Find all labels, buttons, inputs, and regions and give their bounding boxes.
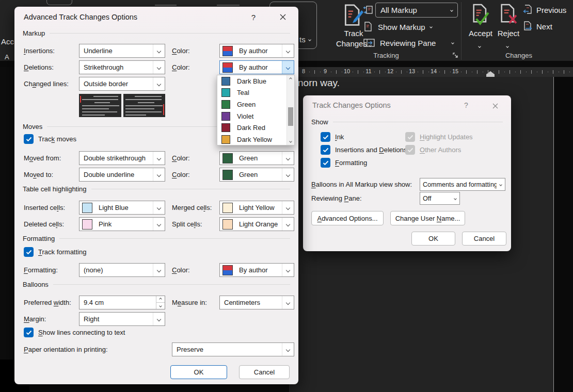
checkbox-checked-icon <box>24 328 34 337</box>
dropdown-arrow[interactable] <box>282 296 294 309</box>
dropdown-arrow[interactable] <box>451 192 459 204</box>
checkbox-insertions-deletions[interactable]: Insertions and Deletions <box>321 145 407 155</box>
preferred-width-field[interactable]: 9.4 cm <box>79 296 165 309</box>
dropdown-arrow[interactable] <box>153 313 165 325</box>
dropdown-arrow[interactable] <box>282 168 294 181</box>
close-button[interactable] <box>485 99 505 113</box>
deleted-cells-dropdown[interactable]: Pink <box>79 217 165 231</box>
scrollbar-thumb[interactable] <box>288 107 293 126</box>
display-for-review-dropdown[interactable]: All Markup <box>375 3 458 18</box>
checkbox-track-moves[interactable]: Track moves <box>24 134 76 144</box>
balloons-show-label: Balloons in All Markup view show: <box>311 181 412 188</box>
color-option[interactable]: Dark Blue <box>217 75 286 87</box>
scroll-down-icon[interactable] <box>287 138 294 145</box>
preferred-width-label: Preferred width: <box>24 299 71 306</box>
moved-from-dropdown[interactable]: Double strikethrough <box>79 151 165 165</box>
horizontal-ruler[interactable]: 89101112131415 <box>289 67 573 77</box>
checkbox-formatting[interactable]: Formatting <box>321 158 367 168</box>
ruler-tick <box>336 70 337 74</box>
green-swatch <box>222 153 233 164</box>
formatting-group-header: Formatting <box>23 235 290 242</box>
moved-from-color-label: Color: <box>172 154 190 162</box>
ruler-tick <box>379 70 380 74</box>
dropdown-arrow[interactable] <box>282 44 294 57</box>
color-option[interactable]: Violet <box>217 110 286 122</box>
dropdown-arrow[interactable] <box>282 343 294 356</box>
dropdown-scrollbar[interactable] <box>286 75 294 145</box>
insertions-color-dropdown[interactable]: By author <box>219 44 294 58</box>
color-options: Dark BlueTealGreenVioletDark RedDark Yel… <box>217 75 286 145</box>
ruler-tick <box>477 70 477 74</box>
advanced-options-button[interactable]: Advanced Options... <box>311 211 384 225</box>
ok-button[interactable]: OK <box>411 232 455 246</box>
preview-page-left <box>79 94 121 117</box>
checkbox-track-formatting[interactable]: Track formatting <box>24 247 86 257</box>
paper-orientation-dropdown[interactable]: Preserve <box>172 342 294 356</box>
insertions-dropdown[interactable]: Underline <box>79 44 165 58</box>
previous-change-button[interactable]: Previous <box>522 4 566 15</box>
show-markup-button[interactable]: Show Markup <box>363 21 432 32</box>
dropdown-arrow[interactable] <box>153 77 165 90</box>
checkbox-show-lines[interactable]: Show lines connecting to text <box>24 328 125 337</box>
checkbox-checked-icon <box>24 134 34 144</box>
tracking-dialog-launcher-icon[interactable] <box>452 52 459 59</box>
measure-in-label: Measure in: <box>172 299 207 306</box>
measure-in-dropdown[interactable]: Centimeters <box>219 296 294 309</box>
dropdown-arrow[interactable] <box>282 152 294 165</box>
help-button[interactable]: ? <box>248 11 259 23</box>
dropdown-arrow[interactable] <box>153 168 165 181</box>
ok-button[interactable]: OK <box>170 365 227 379</box>
help-button[interactable]: ? <box>460 100 472 111</box>
checkbox-ink[interactable]: Ink <box>321 132 344 142</box>
change-user-name-button[interactable]: Change User Name... <box>390 211 465 225</box>
scroll-up-icon[interactable] <box>287 75 294 83</box>
changed-lines-dropdown[interactable]: Outside border <box>79 77 165 91</box>
cancel-button[interactable]: Cancel <box>462 232 506 246</box>
dropdown-arrow[interactable] <box>282 61 294 74</box>
color-option[interactable]: Dark Yellow <box>217 134 286 145</box>
formatting-color-dropdown[interactable]: By author <box>219 263 294 277</box>
color-option[interactable]: Green <box>217 99 286 110</box>
balloons-show-dropdown[interactable]: Comments and formatting <box>420 178 505 191</box>
moved-from-color-dropdown[interactable]: Green <box>219 151 294 165</box>
formatting-value: (none) <box>79 266 153 274</box>
merged-cells-dropdown[interactable]: Light Yellow <box>219 201 294 215</box>
ruler-tick <box>444 70 445 74</box>
insertions-color-value: By author <box>233 47 282 55</box>
dropdown-arrow[interactable] <box>282 264 294 276</box>
dropdown-arrow[interactable] <box>282 201 294 214</box>
split-cells-dropdown[interactable]: Light Orange <box>219 217 294 231</box>
color-option[interactable]: Dark Red <box>217 122 286 134</box>
inserted-cells-dropdown[interactable]: Light Blue <box>79 201 165 215</box>
dropdown-arrow[interactable] <box>282 218 294 231</box>
stepper-down-icon[interactable] <box>156 302 165 309</box>
formatting-dropdown[interactable]: (none) <box>79 263 165 277</box>
dropdown-arrow[interactable] <box>153 201 165 214</box>
moved-from-label: Moved from: <box>24 154 61 162</box>
dropdown-arrow[interactable] <box>153 152 165 165</box>
width-stepper[interactable] <box>156 296 165 309</box>
reviewing-pane-button[interactable]: Reviewing Pane <box>363 38 454 48</box>
ruler-tick <box>314 70 315 74</box>
close-button[interactable] <box>273 10 293 24</box>
stepper-up-icon[interactable] <box>156 296 165 302</box>
cancel-button[interactable]: Cancel <box>239 365 290 379</box>
dropdown-arrow[interactable] <box>153 264 165 276</box>
next-change-button[interactable]: Next <box>522 21 552 32</box>
dropdown-arrow[interactable] <box>153 218 165 231</box>
ruler-tick <box>396 72 396 72</box>
color-option-label: Dark Yellow <box>237 136 272 143</box>
dropdown-arrow[interactable] <box>153 44 165 57</box>
moved-to-dropdown[interactable]: Double underline <box>79 168 165 182</box>
color-option[interactable]: Teal <box>217 87 286 99</box>
deletions-dropdown[interactable]: Strikethrough <box>79 60 165 74</box>
dropdown-arrow[interactable] <box>497 178 505 190</box>
reviewing-pane-dropdown[interactable]: Off <box>420 192 460 205</box>
margin-dropdown[interactable]: Right <box>79 312 165 326</box>
chevron-down-icon <box>479 40 481 50</box>
deletions-color-dropdown[interactable]: By author <box>219 60 294 74</box>
dropdown-arrow[interactable] <box>153 61 165 74</box>
table-cell-group-header: Table cell highlighting <box>23 185 290 193</box>
moved-to-color-dropdown[interactable]: Green <box>219 168 294 182</box>
by-author-swatch <box>222 265 233 275</box>
